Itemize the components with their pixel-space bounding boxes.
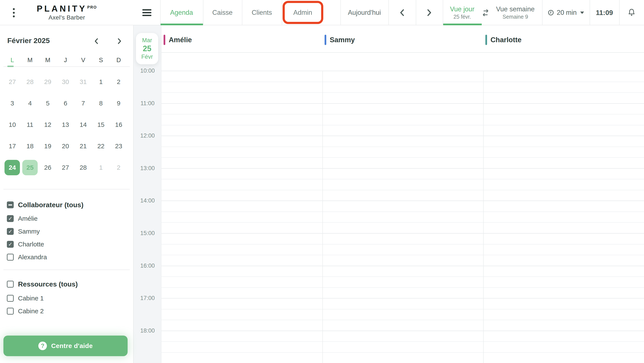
mini-day-29[interactable]: 29	[39, 71, 57, 93]
collaborator-Amélie[interactable]: ✓Amélie	[7, 212, 47, 225]
gridline-minor	[162, 179, 644, 179]
gridline-hour	[162, 71, 644, 71]
mini-day-2[interactable]: 2	[110, 157, 128, 178]
view-week-number: Semaine 9	[502, 14, 528, 20]
checkbox[interactable]	[7, 308, 14, 314]
help-center-button[interactable]: ? Centre d'aide	[4, 335, 128, 356]
agenda-grid[interactable]	[162, 52, 644, 363]
mini-day-24[interactable]: 24	[4, 157, 21, 178]
chevron-right-icon	[117, 38, 122, 45]
mini-day-21[interactable]: 21	[74, 135, 92, 157]
collaborator-name: Sammy	[330, 36, 355, 44]
mini-day-10[interactable]: 10	[4, 114, 21, 135]
swap-view-icon[interactable]	[482, 0, 490, 25]
tab-clients-label: Clients	[252, 9, 272, 17]
resource-Cabine 2[interactable]: Cabine 2	[7, 305, 44, 317]
mini-day-23[interactable]: 23	[110, 135, 128, 157]
mini-day-30[interactable]: 30	[56, 71, 74, 93]
mini-day-8[interactable]: 8	[92, 93, 110, 114]
checkbox[interactable]	[7, 295, 14, 302]
mini-day-15[interactable]: 15	[92, 114, 110, 135]
mini-day-label: 6	[58, 96, 73, 111]
view-day-toggle[interactable]: Vue jour 25 févr.	[443, 0, 482, 25]
mini-day-3[interactable]: 3	[4, 93, 21, 114]
mini-day-1[interactable]: 1	[92, 71, 110, 93]
mini-day-16[interactable]: 16	[110, 114, 128, 135]
view-week-toggle[interactable]: Vue semaine Semaine 9	[490, 0, 541, 25]
gridline-hour	[162, 103, 644, 104]
mini-day-1[interactable]: 1	[92, 157, 110, 178]
mini-day-17[interactable]: 17	[4, 135, 21, 157]
divider	[4, 189, 130, 189]
question-mark-icon: ?	[38, 341, 47, 350]
collaborators-list: ✓Amélie✓Sammy✓CharlotteAlexandra	[7, 212, 47, 264]
divider	[416, 0, 416, 25]
mini-day-5[interactable]: 5	[39, 93, 57, 114]
mini-day-19[interactable]: 19	[39, 135, 57, 157]
time-label-15:00: 15:00	[134, 230, 162, 237]
mini-day-label: 4	[22, 96, 38, 111]
collaborator-Alexandra[interactable]: Alexandra	[7, 251, 47, 264]
mini-day-4[interactable]: 4	[21, 93, 39, 114]
mini-day-28[interactable]: 28	[21, 71, 39, 93]
collaborators-section-header[interactable]: Collaborateur (tous)	[7, 200, 84, 210]
mini-day-6[interactable]: 6	[56, 93, 74, 114]
chevron-left-icon	[399, 8, 405, 17]
check-icon: ✓	[8, 242, 12, 247]
mini-day-27[interactable]: 27	[56, 157, 74, 178]
checkbox[interactable]: ✓	[7, 228, 14, 235]
mini-day-label: 18	[22, 138, 38, 154]
mini-day-25[interactable]: 25	[21, 157, 39, 178]
mini-day-26[interactable]: 26	[39, 157, 57, 178]
collaborators-master-checkbox[interactable]	[7, 201, 14, 208]
mini-day-31[interactable]: 31	[74, 71, 92, 93]
tab-admin[interactable]: Admin	[282, 0, 324, 25]
mini-day-22[interactable]: 22	[92, 135, 110, 157]
checkbox[interactable]: ✓	[7, 215, 14, 222]
mini-day-20[interactable]: 20	[56, 135, 74, 157]
divider	[590, 0, 590, 25]
mini-day-label: 9	[111, 96, 126, 111]
resources-master-checkbox[interactable]	[7, 281, 14, 287]
collaborator-Charlotte[interactable]: ✓Charlotte	[7, 238, 47, 251]
next-day-button[interactable]	[416, 0, 443, 25]
tab-agenda[interactable]: Agenda	[160, 0, 203, 25]
active-view-underline	[443, 24, 482, 25]
next-month-button[interactable]	[114, 36, 124, 46]
today-button[interactable]: Aujourd'hui	[340, 0, 388, 25]
mini-day-11[interactable]: 11	[21, 114, 39, 135]
tab-clients[interactable]: Clients	[242, 0, 282, 25]
resources-section-header[interactable]: Ressources (tous)	[7, 279, 78, 289]
mini-day-label: 26	[40, 160, 56, 175]
mini-day-label: 25	[22, 160, 38, 175]
previous-day-button[interactable]	[388, 0, 416, 25]
mini-day-18[interactable]: 18	[21, 135, 39, 157]
checkbox[interactable]	[7, 254, 14, 261]
mini-day-label: 1	[93, 74, 108, 90]
mini-day-7[interactable]: 7	[74, 93, 92, 114]
previous-month-button[interactable]	[91, 36, 102, 46]
notifications-bell-icon[interactable]	[619, 0, 644, 25]
interval-dropdown[interactable]: 20 min	[542, 0, 590, 25]
divider	[340, 0, 341, 25]
tab-admin-label: Admin	[293, 9, 312, 17]
mini-day-label: 11	[22, 117, 38, 132]
mini-day-27[interactable]: 27	[4, 71, 21, 93]
resource-Cabine 1[interactable]: Cabine 1	[7, 292, 44, 305]
weekday-M: M	[39, 56, 57, 64]
checkbox[interactable]: ✓	[7, 241, 14, 248]
tab-caisse[interactable]: Caisse	[203, 0, 242, 25]
mini-day-9[interactable]: 9	[110, 93, 128, 114]
mini-day-13[interactable]: 13	[56, 114, 74, 135]
collaborator-Sammy[interactable]: ✓Sammy	[7, 225, 47, 238]
gridline-hour	[162, 233, 644, 234]
mini-calendar-title: Février 2025	[7, 37, 50, 45]
mini-day-2[interactable]: 2	[110, 71, 128, 93]
mini-day-12[interactable]: 12	[39, 114, 57, 135]
mini-day-28[interactable]: 28	[74, 157, 92, 178]
chevron-right-icon	[426, 8, 432, 17]
mini-day-label: 27	[58, 160, 73, 175]
mini-day-14[interactable]: 14	[74, 114, 92, 135]
mini-day-label: 23	[111, 138, 126, 154]
hamburger-menu-icon[interactable]	[134, 0, 160, 25]
